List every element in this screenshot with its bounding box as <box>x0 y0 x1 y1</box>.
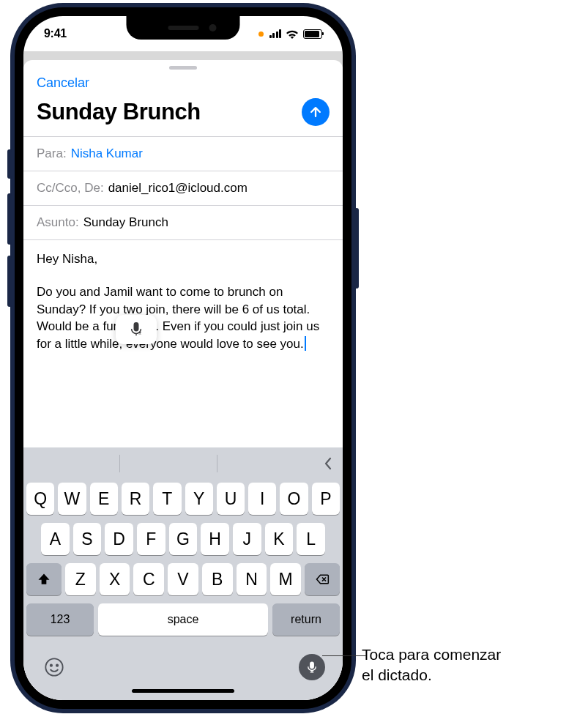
emoji-icon <box>44 657 64 677</box>
mic-input-icon <box>128 321 144 338</box>
key-a[interactable]: A <box>41 523 70 555</box>
to-label: Para: <box>37 146 67 161</box>
suggestion-bar <box>23 447 343 480</box>
key-u[interactable]: U <box>217 483 245 515</box>
key-123[interactable]: 123 <box>26 603 94 636</box>
cc-value: daniel_rico1@icloud.com <box>108 181 248 196</box>
dictation-button[interactable] <box>299 654 325 680</box>
key-c[interactable]: C <box>133 563 164 595</box>
cc-field[interactable]: Cc/Cco, De: daniel_rico1@icloud.com <box>23 171 343 205</box>
key-shift[interactable] <box>26 563 62 595</box>
key-g[interactable]: G <box>169 523 198 555</box>
sheet-grabber[interactable] <box>169 66 197 70</box>
key-e[interactable]: E <box>90 483 118 515</box>
key-n[interactable]: N <box>237 563 267 595</box>
key-z[interactable]: Z <box>65 563 96 595</box>
battery-icon <box>303 29 322 39</box>
arrow-up-icon <box>308 105 323 119</box>
key-w[interactable]: W <box>58 483 86 515</box>
key-backspace[interactable] <box>305 563 340 595</box>
callout-line1: Toca para comenzar <box>362 646 501 663</box>
svg-rect-4 <box>310 662 314 668</box>
wifi-icon <box>286 29 299 39</box>
compose-sheet: Cancelar Sunday Brunch Para: Nisha Kumar… <box>23 60 343 700</box>
svg-point-3 <box>56 665 58 666</box>
subject-field[interactable]: Asunto: Sunday Brunch <box>23 205 343 239</box>
key-p[interactable]: P <box>312 483 340 515</box>
message-body[interactable]: Hey Nisha, Do you and Jamil want to come… <box>23 239 343 447</box>
status-time: 9:41 <box>44 27 67 40</box>
suggestion-3[interactable] <box>217 447 313 480</box>
subject-value: Sunday Brunch <box>83 215 168 230</box>
screen: 9:41 Cancelar Sunday Brunch <box>23 16 343 700</box>
chevron-left-icon <box>323 456 333 472</box>
home-indicator[interactable] <box>132 689 234 693</box>
key-row-4: 123 space return <box>26 603 340 636</box>
keyboard: Q W E R T Y U I O P <box>23 447 343 700</box>
key-b[interactable]: B <box>202 563 233 595</box>
callout-line2: el dictado. <box>362 666 432 683</box>
key-l[interactable]: L <box>297 523 325 555</box>
key-t[interactable]: T <box>153 483 181 515</box>
background-sheet <box>23 51 343 60</box>
key-q[interactable]: Q <box>26 483 54 515</box>
key-return[interactable]: return <box>272 603 340 636</box>
side-button-mute <box>7 149 12 179</box>
side-button-power <box>354 208 359 289</box>
cc-label: Cc/Cco, De: <box>37 181 104 196</box>
svg-point-2 <box>51 665 52 666</box>
key-x[interactable]: X <box>100 563 130 595</box>
key-y[interactable]: Y <box>185 483 213 515</box>
phone-frame: 9:41 Cancelar Sunday Brunch <box>10 3 356 713</box>
key-k[interactable]: K <box>265 523 294 555</box>
suggestion-2[interactable] <box>120 447 216 480</box>
text-cursor <box>305 336 306 351</box>
mic-icon <box>305 661 319 674</box>
key-i[interactable]: I <box>248 483 276 515</box>
shift-icon <box>37 572 51 587</box>
body-greeting: Hey Nisha, <box>37 250 330 267</box>
side-button-vol-down <box>7 256 12 307</box>
annotation-callout: Toca para comenzar el dictado. <box>362 644 581 686</box>
suggestion-expand[interactable] <box>313 456 343 472</box>
key-j[interactable]: J <box>233 523 261 555</box>
backspace-icon <box>315 572 330 587</box>
suggestion-1[interactable] <box>23 447 119 480</box>
key-o[interactable]: O <box>280 483 308 515</box>
emoji-button[interactable] <box>41 654 67 680</box>
send-button[interactable] <box>302 98 330 126</box>
key-space[interactable]: space <box>98 603 268 636</box>
to-field[interactable]: Para: Nisha Kumar <box>23 136 343 171</box>
key-d[interactable]: D <box>105 523 133 555</box>
key-row-3: Z X C V B N M <box>26 563 340 595</box>
key-h[interactable]: H <box>201 523 229 555</box>
key-row-1: Q W E R T Y U I O P <box>26 483 340 515</box>
key-f[interactable]: F <box>137 523 165 555</box>
side-button-vol-up <box>7 193 12 245</box>
callout-leader-line <box>322 655 366 656</box>
subject-label: Asunto: <box>37 215 79 230</box>
compose-title: Sunday Brunch <box>37 99 201 125</box>
dictation-indicator-badge[interactable] <box>116 315 157 344</box>
key-r[interactable]: R <box>122 483 149 515</box>
key-row-2: A S D F G H J K L <box>26 523 340 555</box>
key-v[interactable]: V <box>168 563 198 595</box>
cellular-signal-icon <box>269 29 282 38</box>
body-paragraph: Do you and Jamil want to come to brunch … <box>37 285 319 350</box>
notch <box>127 16 240 40</box>
key-s[interactable]: S <box>73 523 102 555</box>
mic-in-use-indicator <box>258 31 264 37</box>
cancel-button[interactable]: Cancelar <box>37 75 89 91</box>
svg-point-1 <box>45 658 62 675</box>
svg-rect-0 <box>134 323 138 331</box>
to-recipient[interactable]: Nisha Kumar <box>71 146 143 161</box>
key-m[interactable]: M <box>270 563 301 595</box>
